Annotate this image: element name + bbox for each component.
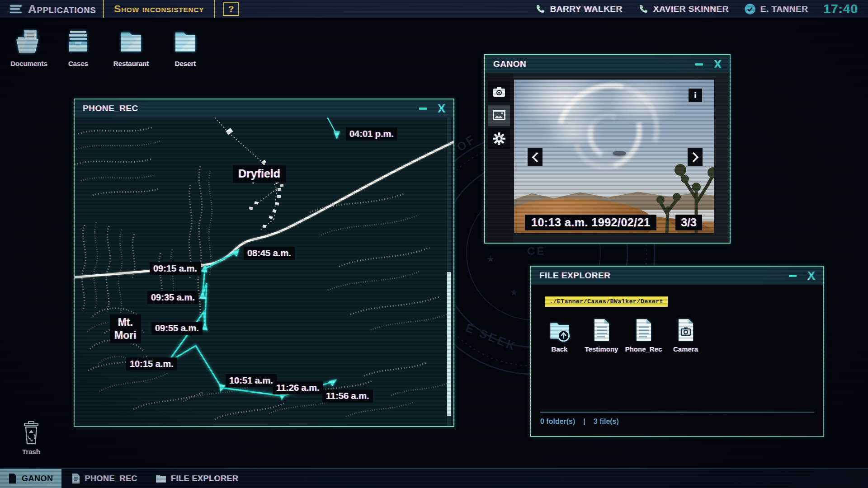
- top-status-bar: Applications Show inconsistency ? BARRY …: [0, 0, 868, 19]
- document-icon: [71, 473, 80, 484]
- taskbar-item-ganon[interactable]: GANON: [0, 469, 61, 488]
- gear-icon: [492, 132, 506, 145]
- phone-icon: [535, 4, 546, 14]
- map-place-label: Dryfield: [233, 165, 286, 183]
- camera-icon: [492, 86, 506, 98]
- contact-name: E. TANNER: [760, 4, 808, 14]
- hamburger-icon: [10, 5, 22, 13]
- photo-file-icon: [676, 318, 695, 342]
- taskbar-label: FILE EXPLORER: [171, 474, 239, 483]
- trash[interactable]: Trash: [15, 421, 47, 455]
- window-title: GANON: [493, 59, 526, 69]
- map-time-label: 04:01 p.m.: [346, 127, 397, 141]
- minimize-button[interactable]: [789, 275, 797, 277]
- map-time-label: 08:45 a.m.: [244, 247, 295, 260]
- minimize-button[interactable]: [695, 63, 703, 66]
- icon-label: Documents: [7, 60, 51, 67]
- window-title: PHONE_REC: [83, 103, 138, 113]
- taskbar-label: GANON: [22, 474, 53, 483]
- icon-label: Restaurant: [109, 60, 153, 67]
- file-icon: [8, 473, 17, 484]
- file-item-back[interactable]: Back: [538, 314, 580, 353]
- desktop-icon-desert[interactable]: Desert: [164, 27, 207, 67]
- contact-e-tanner[interactable]: E. TANNER: [744, 3, 808, 15]
- file-explorer-titlebar[interactable]: FILE EXPLORER X: [531, 267, 823, 285]
- document-icon: [634, 318, 653, 342]
- verified-badge-icon: [744, 3, 756, 15]
- evidence-photo: i 10:13 a.m. 1992/02/21 3/3: [514, 79, 714, 234]
- separator: |: [583, 418, 585, 426]
- chevron-right-icon: [691, 151, 699, 163]
- seal-text-fragment: E SEEK: [464, 321, 519, 354]
- folder-icon: [171, 27, 200, 56]
- ganon-titlebar[interactable]: GANON X: [485, 55, 730, 73]
- file-count: 3 file(s): [594, 418, 619, 426]
- show-inconsistency-button[interactable]: Show inconsistency: [111, 3, 207, 15]
- seal-text-fragment: OF: [454, 131, 478, 154]
- contact-xavier-skinner[interactable]: XAVIER SKINNER: [638, 4, 729, 14]
- desktop-icon-cases[interactable]: Cases: [57, 27, 100, 67]
- map-time-label: 11:56 a.m.: [322, 389, 373, 403]
- desktop: OF CE E SEEK ★ ★ Applications Show incon…: [0, 0, 868, 488]
- folder-count: 0 folder(s): [540, 418, 575, 426]
- divider: [540, 412, 814, 413]
- divider: [103, 0, 104, 18]
- phone-rec-window: PHONE_REC X: [74, 99, 454, 427]
- image-tool[interactable]: [488, 105, 510, 126]
- phone-icon: [638, 4, 649, 14]
- taskbar-item-phone-rec[interactable]: PHONE_REC: [63, 469, 146, 488]
- open-folder-icon: [14, 27, 43, 56]
- file-item-testimony[interactable]: Testimony: [580, 314, 623, 353]
- taskbar-label: PHONE_REC: [85, 474, 138, 483]
- map-canvas[interactable]: 04:01 p.m.08:45 a.m.09:15 a.m.09:35 a.m.…: [75, 117, 453, 426]
- camera-tool[interactable]: [488, 81, 510, 102]
- close-button[interactable]: X: [807, 270, 815, 282]
- applications-menu[interactable]: Applications: [28, 2, 96, 16]
- map-scrollbar-thumb[interactable]: [447, 272, 451, 416]
- clock: 17:40: [823, 2, 858, 16]
- contact-name: BARRY WALKER: [550, 4, 623, 14]
- chevron-left-icon: [531, 151, 539, 163]
- folder-icon: [117, 27, 146, 56]
- info-button[interactable]: i: [689, 89, 702, 102]
- divider: [214, 0, 215, 18]
- close-button[interactable]: X: [714, 59, 722, 70]
- previous-photo-button[interactable]: [528, 148, 542, 166]
- breadcrumb-path: ./ETanner/Cases/BWalker/Desert: [545, 296, 668, 307]
- map-labels: 04:01 p.m.08:45 a.m.09:15 a.m.09:35 a.m.…: [75, 117, 453, 426]
- photo-counter: 3/3: [675, 215, 702, 230]
- file-label: Phone_Rec: [623, 345, 665, 353]
- ganon-toolbar: [485, 73, 513, 243]
- contact-barry-walker[interactable]: BARRY WALKER: [535, 4, 623, 14]
- settings-tool[interactable]: [488, 128, 510, 149]
- phone-rec-titlebar[interactable]: PHONE_REC X: [75, 99, 453, 117]
- next-photo-button[interactable]: [688, 148, 703, 166]
- icon-label: Cases: [57, 60, 100, 67]
- file-item-camera[interactable]: Camera: [665, 314, 707, 353]
- image-icon: [492, 110, 506, 121]
- trash-icon: [21, 421, 42, 445]
- svg-text:★: ★: [510, 287, 520, 297]
- contact-name: XAVIER SKINNER: [653, 4, 729, 14]
- document-icon: [592, 318, 611, 342]
- taskbar-item-file-explorer[interactable]: FILE EXPLORER: [147, 469, 247, 488]
- map-place-label: Mt. Mori: [110, 314, 141, 343]
- close-button[interactable]: X: [438, 103, 445, 114]
- file-label: Back: [538, 345, 580, 353]
- file-explorer-window: FILE EXPLORER X ./ETanner/Cases/BWalker/…: [530, 266, 824, 437]
- trash-label: Trash: [15, 448, 47, 455]
- taskbar: GANON PHONE_REC FILE EXPLORER: [0, 468, 868, 488]
- desktop-icon-documents[interactable]: Documents: [7, 27, 51, 67]
- map-time-label: 10:15 a.m.: [126, 357, 177, 371]
- status-bar: 0 folder(s) | 3 file(s): [540, 418, 619, 426]
- file-item-phone-rec[interactable]: Phone_Rec: [623, 314, 665, 353]
- help-button[interactable]: ?: [223, 2, 239, 16]
- map-time-label: 10:51 a.m.: [226, 374, 277, 387]
- photo-timestamp: 10:13 a.m. 1992/02/21: [525, 215, 656, 230]
- map-time-label: 11:26 a.m.: [273, 381, 323, 394]
- inbox-tray-icon: [64, 27, 93, 56]
- folder-icon: [156, 474, 166, 483]
- minimize-button[interactable]: [419, 108, 427, 110]
- map-time-label: 09:35 a.m.: [147, 291, 198, 304]
- desktop-icon-restaurant[interactable]: Restaurant: [109, 27, 153, 67]
